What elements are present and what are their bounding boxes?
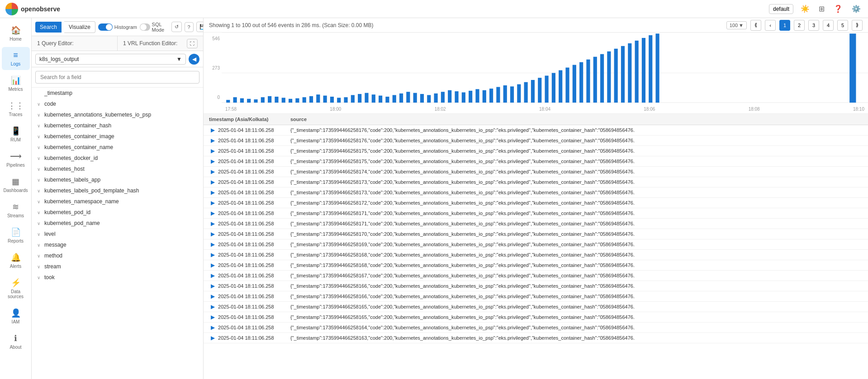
settings-icon[interactable]: ⚙️ [850,3,863,15]
row-expand-btn[interactable]: ▶ [209,241,217,248]
help-icon[interactable]: ❓ [832,3,844,15]
field-search-input[interactable] [35,71,199,84]
sidebar-item-about[interactable]: ℹ About [2,330,30,353]
pagination-page-3[interactable]: 3 [808,20,819,31]
field-expand-arrow: ∨ [37,123,42,128]
field-expand-arrow: ∨ [37,199,42,204]
row-expand-btn[interactable]: ▶ [209,293,217,299]
about-icon: ℹ [14,333,17,343]
row-expand-btn[interactable]: ▶ [209,335,217,341]
collapse-panel-btn[interactable]: ◀ [189,54,199,65]
per-page-selector[interactable]: 100 ▼ [726,21,747,29]
pagination-page-1[interactable]: 1 [779,20,790,31]
field-item[interactable]: ∨kubernetes_labels_pod_template_hash [32,185,203,196]
row-expand-btn[interactable]: ▶ [209,252,217,258]
pagination-page-5[interactable]: 5 [837,20,848,31]
pagination-next-btn[interactable]: ⟫ [852,20,863,31]
table-header-row: timestamp (Asia/Kolkata) source [204,114,868,125]
field-item[interactable]: ∨kubernetes_container_name [32,142,203,153]
sidebar-item-home[interactable]: 🏠 Home [2,22,30,45]
visualize-button[interactable]: Visualize [64,21,95,33]
svg-rect-64 [649,35,652,103]
row-expand-btn[interactable]: ▶ [209,137,217,144]
dashboards-icon: ▦ [12,177,19,187]
field-item[interactable]: ∨message [32,239,203,250]
field-expand-arrow: ∨ [37,112,42,117]
field-name-label: level [44,231,198,237]
sidebar-item-streams[interactable]: ≋ Streams [2,198,30,222]
row-expand-btn[interactable]: ▶ [209,127,217,133]
table-row: ▶ 2025-01-04 18:11:06.258{"_timestamp":1… [204,146,868,156]
row-expand-btn[interactable]: ▶ [209,200,217,206]
field-item[interactable]: ∨kubernetes_namespace_name [32,196,203,207]
row-expand-btn[interactable]: ▶ [209,220,217,227]
sidebar-item-logs[interactable]: ≡ Logs [2,47,30,70]
field-expand-arrow: ∨ [37,167,42,172]
search-button[interactable]: Search [35,22,62,33]
row-expand-btn[interactable]: ▶ [209,189,217,196]
pagination-page-2[interactable]: 2 [794,20,805,31]
field-item[interactable]: ∨method [32,250,203,261]
row-expand-btn[interactable]: ▶ [209,158,217,164]
refresh-icon-btn[interactable]: ↺ [171,22,182,32]
sidebar-item-dashboards[interactable]: ▦ Dashboards [2,173,30,197]
iam-icon: 👤 [11,308,21,318]
pagination-page-4[interactable]: 4 [823,20,834,31]
field-item[interactable]: ∨took [32,272,203,283]
theme-toggle-icon[interactable]: ☀️ [799,3,811,15]
org-selector[interactable]: default [769,4,793,14]
row-expand-btn[interactable]: ▶ [209,148,217,154]
pagination-prev-btn[interactable]: ‹ [765,20,776,31]
vrl-editor-bar: 1 VRL Function Editor: ⛶ [117,36,203,51]
field-item[interactable]: ∨code [32,98,203,109]
field-item[interactable]: ∨kubernetes_host [32,164,203,174]
sidebar-item-reports[interactable]: 📄 Reports [2,224,30,247]
sidebar-item-rum[interactable]: 📱 RUM [2,122,30,146]
stream-select-dropdown[interactable]: k8s_logs_output ▼ [35,54,186,65]
svg-rect-10 [275,97,278,103]
field-item[interactable]: ∨level [32,229,203,239]
chart-y-axis: 546 273 0 [204,33,222,113]
field-item[interactable]: ∨kubernetes_labels_app [32,174,203,185]
x-label-3: 18:04 [539,107,550,112]
svg-rect-12 [289,99,292,103]
vrl-expand-btn[interactable]: ⛶ [187,39,198,48]
sidebar-item-iam[interactable]: 👤 IAM [2,304,30,328]
field-item[interactable]: ∨kubernetes_container_hash [32,120,203,131]
row-expand-btn[interactable]: ▶ [209,272,217,279]
sidebar-item-alerts[interactable]: 🔔 Alerts [2,249,30,272]
row-expand-btn[interactable]: ▶ [209,304,217,310]
sidebar-item-traces[interactable]: ⋮⋮ Traces [2,97,30,121]
field-item[interactable]: ∨kubernetes_annotations_kubernetes_io_ps… [32,109,203,120]
svg-rect-65 [655,33,659,103]
apps-icon[interactable]: ⊞ [817,3,826,15]
field-item[interactable]: ∨kubernetes_docker_id [32,153,203,164]
sidebar-label-logs: Logs [11,61,21,66]
row-source: {"_timestamp":1735994466258166,"code":20… [285,291,868,302]
help-query-btn[interactable]: ? [185,22,194,32]
sidebar-item-metrics[interactable]: 📊 Metrics [2,72,30,95]
rum-icon: 📱 [11,126,21,136]
field-item[interactable]: ∨kubernetes_container_image [32,131,203,142]
row-expand-btn[interactable]: ▶ [209,179,217,185]
row-source: {"_timestamp":1735994466258163,"code":20… [285,333,868,343]
pagination-first-btn[interactable]: ⟪ [750,20,761,31]
row-expand-btn[interactable]: ▶ [209,168,217,175]
row-expand-btn[interactable]: ▶ [209,324,217,331]
field-item[interactable]: ∨stream [32,261,203,272]
histogram-toggle[interactable] [98,23,113,31]
save-btn[interactable]: 💾 [196,22,204,32]
row-expand-btn[interactable]: ▶ [209,231,217,237]
row-expand-btn[interactable]: ▶ [209,314,217,320]
row-expand-btn[interactable]: ▶ [209,283,217,289]
row-expand-btn[interactable]: ▶ [209,210,217,216]
sql-mode-toggle[interactable] [140,23,150,31]
traces-icon: ⋮⋮ [8,101,24,111]
field-item[interactable]: ∨kubernetes_pod_id [32,207,203,218]
sidebar-item-datasources[interactable]: ⚡ Data sources [2,274,30,303]
svg-rect-42 [496,87,500,103]
field-item[interactable]: ∨kubernetes_pod_name [32,218,203,229]
sidebar-item-pipelines[interactable]: ⟶ Pipelines [2,148,30,171]
row-expand-btn[interactable]: ▶ [209,262,217,268]
field-item[interactable]: _timestamp [32,88,203,98]
